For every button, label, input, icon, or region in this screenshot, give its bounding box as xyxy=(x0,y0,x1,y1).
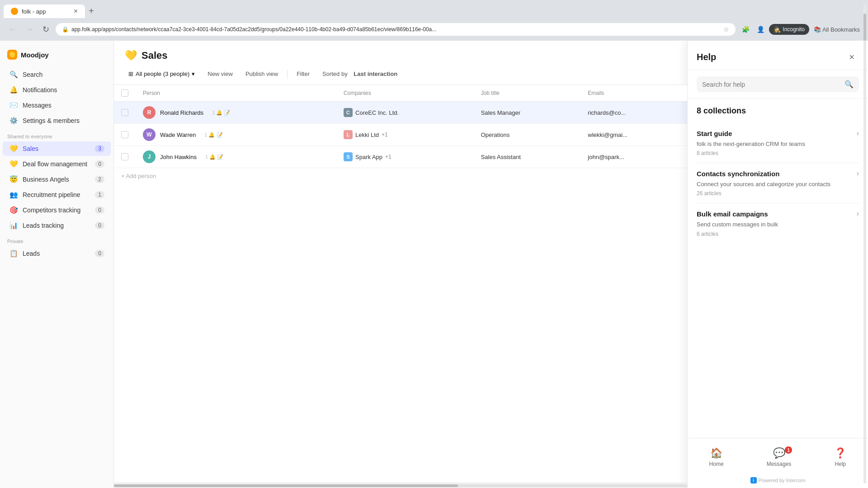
person-name: John Hawkins xyxy=(160,154,197,160)
competitors-icon: 🎯 xyxy=(9,206,18,214)
sort-value: Last interaction xyxy=(354,70,397,77)
powered-by-text: Powered by Intercom xyxy=(759,478,806,483)
help-search-inner: 🔍 xyxy=(697,76,859,92)
bookmarks-button[interactable]: 📚 All Bookmarks xyxy=(811,24,863,35)
messages-tab-icon: 💬 xyxy=(773,447,785,459)
main-content: 💛 Sales ⊞ All people (3 people) ▾ New vi… xyxy=(114,41,687,488)
page-title-row: 💛 Sales xyxy=(125,50,676,61)
contacts-table: Person Companies Job title Emails R Rona… xyxy=(114,85,687,168)
leads-icon: 📋 xyxy=(9,249,18,258)
incognito-icon: 🕵️ xyxy=(774,26,781,33)
toolbar-divider xyxy=(287,70,288,79)
extension-button[interactable]: 🧩 xyxy=(739,24,752,35)
gear-icon: ⚙️ xyxy=(9,117,18,125)
incognito-label: Incognito xyxy=(783,26,805,33)
sidebar-item-settings[interactable]: ⚙️ Settings & members xyxy=(3,113,111,128)
extra-companies: +1 xyxy=(382,131,388,138)
collection-start-guide[interactable]: Start guide › folk is the next-generatio… xyxy=(697,123,859,163)
add-person-button[interactable]: + Add person xyxy=(114,168,687,184)
lock-icon: 🔒 xyxy=(62,26,69,33)
company-icon: L xyxy=(344,130,353,139)
collection-articles-count: 8 articles xyxy=(697,150,859,156)
row-checkbox-cell xyxy=(114,102,136,124)
all-people-button[interactable]: ⊞ All people (3 people) ▾ xyxy=(125,69,198,79)
publish-view-button[interactable]: Publish view xyxy=(242,69,282,79)
leads-tracking-count: 0 xyxy=(95,222,104,229)
help-content: 8 collections Start guide › folk is the … xyxy=(688,99,868,438)
sidebar-item-leads[interactable]: 📋 Leads 0 xyxy=(3,246,111,261)
help-search-input[interactable] xyxy=(702,81,841,88)
job-title-cell: Operations xyxy=(474,124,581,146)
emails-column-header: Emails xyxy=(580,85,687,102)
recruitment-icon: 👥 xyxy=(9,191,18,199)
collection-articles-count: 26 articles xyxy=(697,190,859,197)
sidebar-item-messages[interactable]: ✉️ Messages xyxy=(3,98,111,113)
chevron-right-icon: › xyxy=(857,129,859,137)
scrollbar-thumb[interactable] xyxy=(114,484,458,487)
horizontal-scrollbar[interactable] xyxy=(114,483,687,488)
chevron-right-icon: › xyxy=(857,169,859,178)
sidebar-item-recruitment[interactable]: 👥 Recruitment pipeline 1 xyxy=(3,188,111,202)
email-cell: richards@co... xyxy=(580,102,687,124)
table-row[interactable]: J John Hawkins 1 🔔 📝 S Spark App +1 Sale… xyxy=(114,146,687,168)
sidebar-item-deal-flow[interactable]: 💛 Deal flow management 0 xyxy=(3,157,111,171)
row-checkbox[interactable] xyxy=(121,131,128,138)
table-view-icon: ⊞ xyxy=(128,70,133,77)
table-row[interactable]: R Ronald Richards 1 🔔 📝 C CoreEC Inc. Lt… xyxy=(114,102,687,124)
help-header: Help × xyxy=(688,41,868,70)
nav-actions: 🧩 👤 🕵️ Incognito 📚 All Bookmarks xyxy=(739,24,863,35)
home-tab-icon: 🏠 xyxy=(710,447,722,459)
collections-title: 8 collections xyxy=(697,106,859,116)
person-actions: 1 🔔 📝 xyxy=(204,154,223,160)
leads-tracking-icon: 📊 xyxy=(9,221,18,230)
sidebar-item-search[interactable]: 🔍 Search xyxy=(3,67,111,82)
help-close-button[interactable]: × xyxy=(844,50,859,64)
browser-tab-active[interactable]: folk - app × xyxy=(4,5,85,18)
sidebar-item-settings-label: Settings & members xyxy=(23,117,104,124)
intercom-icon: i xyxy=(750,477,757,483)
help-panel-scrollbar[interactable] xyxy=(863,41,866,483)
back-button[interactable]: ← xyxy=(5,23,19,36)
collection-contacts-sync[interactable]: Contacts synchronization › Connect your … xyxy=(697,163,859,203)
row-checkbox[interactable] xyxy=(121,109,128,116)
recruitment-count: 1 xyxy=(95,191,104,198)
collection-desc: Send custom messages in bulk xyxy=(697,221,859,229)
all-people-label: All people (3 people) xyxy=(136,70,189,77)
row-checkbox[interactable] xyxy=(121,153,128,160)
table-row[interactable]: W Wade Warren 1 🔔 📝 L Lekki Ltd +1 Opera… xyxy=(114,124,687,146)
company-cell: C CoreEC Inc. Ltd. xyxy=(336,102,474,124)
collection-name: Contacts synchronization xyxy=(697,170,779,178)
address-bar[interactable]: 🔒 app.folk.app/apps/contacts/network/cca… xyxy=(56,23,736,36)
new-tab-button[interactable]: + xyxy=(85,4,98,18)
profile-button[interactable]: 👤 xyxy=(754,24,767,35)
sidebar: 🟡 Moodjoy 🔍 Search 🔔 Notifications ✉️ Me… xyxy=(0,41,114,488)
new-view-button[interactable]: New view xyxy=(204,69,236,79)
messages-tab-label: Messages xyxy=(767,461,792,467)
sidebar-item-leads-tracking-label: Leads tracking xyxy=(23,222,90,229)
sidebar-item-competitors[interactable]: 🎯 Competitors tracking 0 xyxy=(3,203,111,217)
job-title-cell: Sales Manager xyxy=(474,102,581,124)
help-footer-tab-help[interactable]: ❓ Help xyxy=(827,444,854,471)
help-footer-tab-messages[interactable]: 💬 1 Messages xyxy=(760,444,799,471)
tab-close-button[interactable]: × xyxy=(74,7,78,15)
sort-prefix: Sorted by xyxy=(322,70,348,77)
company-cell: L Lekki Ltd +1 xyxy=(336,124,474,146)
collection-bulk-email[interactable]: Bulk email campaigns › Send custom messa… xyxy=(697,203,859,243)
select-all-checkbox[interactable] xyxy=(121,89,128,97)
sidebar-item-business-angels-label: Business Angels xyxy=(23,176,90,183)
forward-button[interactable]: → xyxy=(23,23,36,36)
deal-flow-icon: 💛 xyxy=(9,160,18,168)
sidebar-item-notifications[interactable]: 🔔 Notifications xyxy=(3,83,111,97)
help-footer-tab-home[interactable]: 🏠 Home xyxy=(702,444,731,471)
business-angels-icon: 😇 xyxy=(9,175,18,183)
sort-button[interactable]: Sorted by Last interaction xyxy=(319,69,401,79)
business-angels-count: 2 xyxy=(95,176,104,183)
sidebar-item-business-angels[interactable]: 😇 Business Angels 2 xyxy=(3,172,111,187)
reload-button[interactable]: ↻ xyxy=(40,23,52,36)
row-checkbox-cell xyxy=(114,146,136,168)
sidebar-item-sales[interactable]: 💛 Sales 3 xyxy=(3,141,111,156)
tab-title: folk - app xyxy=(22,8,46,15)
person-actions: 1 🔔 📝 xyxy=(211,110,230,116)
sidebar-item-leads-tracking[interactable]: 📊 Leads tracking 0 xyxy=(3,218,111,233)
filter-button[interactable]: Filter xyxy=(293,69,313,79)
